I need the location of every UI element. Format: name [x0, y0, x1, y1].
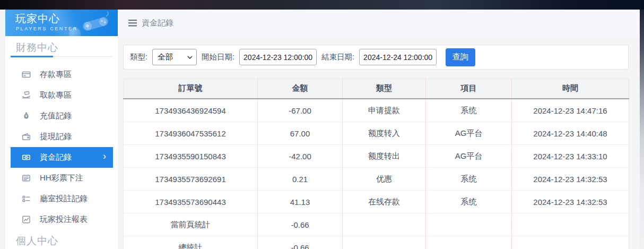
table-row: 1734936436924594-67.00申请提款系统2024-12-23 1…: [124, 99, 629, 122]
table-cell: 1734936436924594: [124, 99, 258, 122]
sidebar-item-label: 存款專區: [40, 70, 72, 80]
column-header: 項目: [426, 79, 512, 99]
table-cell: AG平台: [426, 145, 512, 168]
table-cell: 2024-12-23 14:40:48: [512, 122, 629, 145]
sidebar-item-label: 充值記錄: [40, 111, 72, 121]
backdrop-right: [640, 10, 644, 249]
table-cell: 0.21: [258, 168, 343, 191]
section-personal-label: 個人中心: [16, 234, 58, 248]
sidebar-item-funds-record[interactable]: 資金記錄›: [11, 147, 113, 168]
table-cell: 额度转出: [343, 145, 426, 168]
table-cell: -0.66: [258, 213, 343, 236]
table-cell: [426, 236, 512, 249]
column-header: 類型: [343, 79, 426, 99]
table-row: 1734935590150843-42.00额度转出AG平台2024-12-23…: [124, 145, 629, 168]
start-date-input[interactable]: [239, 49, 317, 65]
search-button[interactable]: 查詢: [446, 48, 475, 66]
sidebar-item-label: 取款專區: [40, 90, 72, 100]
chevron-down-icon: [187, 56, 193, 59]
start-date-label: 開始日期:: [202, 52, 234, 62]
wallet-icon: [21, 132, 31, 142]
table-cell: 當前頁統計: [124, 213, 258, 236]
table-cell: [512, 236, 629, 249]
type-label: 類型:: [130, 52, 147, 62]
summary-row: 當前頁統計-0.66: [124, 213, 629, 236]
chevron-right-icon: ›: [103, 151, 106, 162]
table-row: 17349355736926910.21优惠系统2024-12-23 14:32…: [124, 168, 629, 191]
table-row: 173493557369044341.13在线存款系统2024-12-23 14…: [124, 191, 629, 213]
table-cell: [343, 236, 426, 249]
table-cell: -0.66: [258, 236, 343, 249]
sidebar-item-label: 廳室投註記錄: [40, 194, 88, 204]
table-cell: 2024-12-23 14:32:53: [512, 191, 629, 213]
svg-text:¥: ¥: [25, 114, 27, 118]
table-cell: 41.13: [258, 191, 343, 213]
sidebar-item-label: 玩家投注報表: [40, 214, 88, 225]
table-cell: 1734935573690443: [124, 191, 258, 213]
sidebar-item-label: HH彩票下注: [40, 173, 83, 183]
table-cell: 2024-12-23 14:32:53: [512, 168, 629, 191]
newspaper-icon: [21, 174, 31, 183]
filter-bar: 類型: 全部 開始日期: 結束日期: 查詢: [123, 45, 629, 70]
table-cell: 1734935573692691: [124, 168, 258, 191]
sidebar-item-withdraw-zone[interactable]: 取款專區: [5, 85, 118, 106]
table-cell: 系统: [426, 191, 512, 213]
sidebar-item-label: 資金記錄: [40, 152, 72, 162]
table-cell: -67.00: [258, 99, 343, 122]
table-cell: 系统: [426, 168, 512, 191]
money-bag-icon: ¥: [21, 111, 31, 121]
table-cell: 67.00: [258, 122, 343, 145]
topbar: 資金記錄: [118, 10, 640, 37]
hamburger-menu-icon[interactable]: [128, 20, 137, 27]
column-header: 訂單號: [124, 79, 258, 99]
records-table: 訂單號金額類型項目時間 1734936436924594-67.00申请提款系统…: [123, 78, 629, 249]
table-cell: 优惠: [343, 168, 426, 191]
table-header-row: 訂單號金額類型項目時間: [124, 79, 629, 99]
sidebar-subtitle: PLAYERS CENTER: [16, 26, 78, 31]
banknote-icon: [21, 153, 31, 162]
type-select-value: 全部: [158, 52, 173, 62]
list-icon: [21, 194, 31, 204]
table-cell: [343, 213, 426, 236]
table-cell: 系统: [426, 99, 512, 122]
main-area: 資金記錄 類型: 全部 開始日期: 結束日期: 查詢 訂單號金額類型項目時間 1…: [118, 10, 640, 249]
table-cell: 總統計: [124, 236, 258, 249]
sidebar-item-recharge-record[interactable]: ¥充值記錄: [5, 106, 118, 126]
type-select[interactable]: 全部: [152, 49, 197, 65]
sidebar-item-deposit-zone[interactable]: 存款專區: [5, 64, 118, 85]
column-header: 時間: [512, 79, 629, 99]
chart-icon: [21, 215, 31, 225]
table-cell: 1734935590150843: [124, 145, 258, 168]
sidebar: 玩家中心 PLAYERS CENTER 財務中心 存款專區取款專區¥充值記錄提現…: [5, 10, 118, 249]
breadcrumb: 資金記錄: [142, 18, 173, 28]
gamepad-icon: [79, 11, 112, 36]
backdrop-top: [0, 0, 644, 10]
sidebar-item-hall-bet-record[interactable]: 廳室投註記錄: [5, 188, 118, 209]
players-center-banner: 玩家中心 PLAYERS CENTER: [5, 10, 118, 36]
section-underline: [11, 56, 113, 57]
sidebar-menu: 存款專區取款專區¥充值記錄提現記錄資金記錄›HH彩票下注廳室投註記錄玩家投注報表: [5, 64, 118, 230]
sidebar-item-hh-lottery-bets[interactable]: HH彩票下注: [5, 168, 118, 188]
table-cell: [512, 213, 629, 236]
table-cell: 在线存款: [343, 191, 426, 213]
hand-money-icon: [21, 91, 31, 100]
sidebar-item-label: 提現記錄: [40, 132, 72, 142]
table-cell: -42.00: [258, 145, 343, 168]
table-cell: [426, 213, 512, 236]
end-date-label: 結束日期:: [321, 52, 354, 62]
table-cell: 2024-12-23 14:47:16: [512, 99, 629, 122]
end-date-input[interactable]: [359, 49, 437, 65]
table-cell: 1734936047535612: [124, 122, 258, 145]
sidebar-item-player-bet-report[interactable]: 玩家投注報表: [5, 209, 118, 230]
sidebar-item-withdraw-record[interactable]: 提現記錄: [5, 126, 118, 147]
bank-card-icon: [21, 70, 31, 80]
table-cell: 2024-12-23 14:33:10: [512, 145, 629, 168]
table-cell: 额度转入: [343, 122, 426, 145]
sidebar-title: 玩家中心: [15, 12, 60, 26]
summary-row: 總統計-0.66: [124, 236, 629, 249]
table-cell: AG平台: [426, 122, 512, 145]
section-finance-label: 財務中心: [16, 41, 58, 55]
table-row: 173493604753561267.00额度转入AG平台2024-12-23 …: [124, 122, 629, 145]
column-header: 金額: [258, 79, 343, 99]
table-cell: 申请提款: [343, 99, 426, 122]
